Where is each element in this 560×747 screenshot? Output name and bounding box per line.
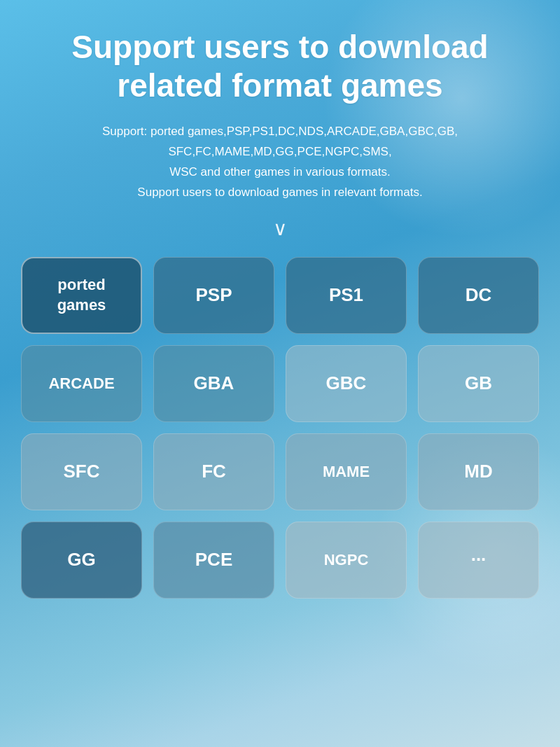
chip-md[interactable]: MD: [418, 433, 539, 510]
chip-gbc[interactable]: GBC: [286, 345, 407, 422]
chevron-icon: ∨: [273, 217, 288, 240]
chip-gb[interactable]: GB: [418, 345, 539, 422]
chip-ngpc[interactable]: NGPC: [286, 522, 407, 599]
subtitle-text: Support: ported games,PSP,PS1,DC,NDS,ARC…: [102, 122, 458, 203]
chip-ps1[interactable]: PS1: [286, 257, 407, 334]
chip-psp[interactable]: PSP: [153, 257, 274, 334]
chip-pce[interactable]: PCE: [153, 522, 274, 599]
chip-gg[interactable]: GG: [21, 522, 142, 599]
chip-gba[interactable]: GBA: [153, 345, 274, 422]
format-grid: portedgames PSP PS1 DC ARCADE GBA GBC GB…: [21, 257, 539, 599]
chip-fc[interactable]: FC: [153, 433, 274, 510]
chip-sfc[interactable]: SFC: [21, 433, 142, 510]
main-title: Support users to download related format…: [21, 28, 539, 105]
main-content: Support users to download related format…: [0, 0, 560, 620]
chip-mame[interactable]: MAME: [286, 433, 407, 510]
chip-dc[interactable]: DC: [418, 257, 539, 334]
chip-ported-games[interactable]: portedgames: [21, 257, 142, 334]
chip-arcade[interactable]: ARCADE: [21, 345, 142, 422]
chip-more[interactable]: ···: [418, 522, 539, 599]
